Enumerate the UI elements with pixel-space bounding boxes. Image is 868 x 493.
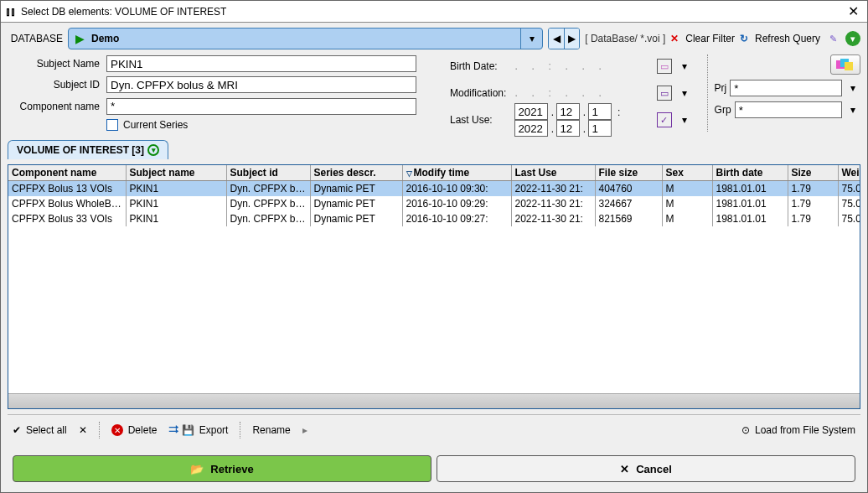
select-all-button[interactable]: ✔Select all — [13, 424, 67, 436]
from-month-input[interactable] — [556, 103, 580, 120]
prev-button[interactable]: ◀ — [549, 29, 564, 49]
cancel-button[interactable]: ✕Cancel — [437, 455, 855, 482]
database-dropdown[interactable]: ▶ Demo ▾ — [68, 28, 543, 49]
birthdate-label: Birth Date: — [450, 60, 509, 72]
window-title: Select DB elements: VOLUME OF INTEREST — [21, 6, 845, 18]
col-header[interactable]: ▽Modify time — [402, 165, 511, 181]
current-series-label: Current Series — [123, 119, 188, 131]
right-filters: Birth Date: . . : . . . ▭ ▾ Modification… — [450, 54, 697, 132]
col-header[interactable]: Weig — [838, 165, 860, 181]
rename-button[interactable]: Rename — [252, 424, 290, 436]
table-row[interactable]: CPFPX Bolus 13 VOIsPKIN1Dyn. CPFPX boluD… — [8, 181, 860, 197]
horizontal-scrollbar[interactable] — [8, 393, 860, 408]
close-icon: ✕ — [620, 463, 629, 475]
from-day-input[interactable] — [588, 103, 612, 120]
tab-dropdown-icon[interactable]: ▾ — [147, 144, 159, 156]
left-filters: Subject Name Subject ID Component name C… — [8, 54, 423, 132]
database-row: DATABASE ▶ Demo ▾ ◀ ▶ [ DataBase/ *.voi … — [8, 28, 860, 49]
dialog-window: ⫿⫿ Select DB elements: VOLUME OF INTERES… — [0, 0, 868, 493]
clear-filter-icon: ✕ — [670, 33, 679, 44]
grp-label: Grp — [715, 104, 731, 116]
next-button[interactable]: ▶ — [564, 29, 579, 49]
chevron-down-icon[interactable]: ▾ — [520, 29, 542, 49]
folder-open-icon: 📂 — [190, 463, 204, 475]
disc-icon: ⊙ — [741, 424, 750, 436]
tab-voi[interactable]: VOLUME OF INTEREST [3] ▾ — [8, 140, 168, 159]
load-from-fs-button[interactable]: ⊙Load from File System — [741, 424, 855, 436]
component-name-label: Component name — [8, 101, 100, 112]
database-label: DATABASE — [8, 33, 63, 44]
wand-icon[interactable]: ✎ — [825, 31, 840, 46]
birthdate-caret[interactable]: ▾ — [677, 60, 692, 72]
delete-button[interactable]: ✕Delete — [111, 424, 158, 436]
col-header[interactable]: File size — [595, 165, 662, 181]
modification-label: Modification: — [450, 87, 509, 99]
table-row[interactable]: CPFPX Bolus WholeBraiPKIN1Dyn. CPFPX bol… — [8, 196, 860, 211]
prj-caret[interactable]: ▾ — [845, 82, 860, 94]
button-row: 📂Retrieve ✕Cancel — [8, 450, 860, 487]
export-button[interactable]: ⮆ 💾Export — [168, 424, 228, 436]
refresh-button[interactable]: ↻Refresh Query — [740, 33, 820, 44]
clear-filter-button[interactable]: ✕Clear Filter — [670, 33, 735, 44]
birthdate-picker-icon[interactable]: ▭ — [657, 59, 672, 74]
to-day-input[interactable] — [588, 120, 612, 137]
to-month-input[interactable] — [556, 120, 580, 137]
database-name: Demo — [91, 33, 520, 44]
subject-id-input[interactable] — [106, 76, 416, 93]
col-header[interactable]: Birth date — [712, 165, 788, 181]
subject-name-input[interactable] — [106, 55, 416, 72]
to-year-input[interactable] — [514, 120, 548, 137]
apply-icon[interactable]: ▾ — [845, 31, 860, 46]
col-header[interactable]: Size — [788, 165, 838, 181]
current-series-checkbox[interactable] — [106, 119, 118, 131]
col-header[interactable]: Subject id — [226, 165, 310, 181]
tab-row: VOLUME OF INTEREST [3] ▾ — [8, 140, 860, 159]
lastuse-caret[interactable]: ▾ — [677, 114, 692, 126]
action-bar: ✔Select all ✕ ✕Delete ⮆ 💾Export Rename ▸… — [8, 414, 860, 445]
retrieve-button[interactable]: 📂Retrieve — [13, 455, 431, 482]
content-area: DATABASE ▶ Demo ▾ ◀ ▶ [ DataBase/ *.voi … — [1, 23, 867, 492]
db-path: [ DataBase/ *.voi ] — [585, 33, 665, 44]
subject-id-label: Subject ID — [8, 79, 100, 91]
lastuse-label: Last Use: — [450, 114, 509, 126]
col-header[interactable]: Component name — [8, 165, 126, 181]
prj-label: Prj — [715, 82, 727, 94]
export-icon: ⮆ 💾 — [168, 424, 194, 436]
refresh-icon: ↻ — [740, 33, 748, 44]
grp-input[interactable] — [735, 101, 842, 118]
voi-color-button[interactable] — [830, 54, 860, 75]
from-year-input[interactable] — [514, 103, 548, 120]
modification-caret[interactable]: ▾ — [677, 87, 692, 99]
modification-picker-icon[interactable]: ▭ — [657, 86, 672, 101]
clear-selection-icon[interactable]: ✕ — [79, 424, 87, 436]
play-icon: ▶ — [75, 32, 85, 45]
col-header[interactable]: Series descr. — [310, 165, 402, 181]
delete-icon: ✕ — [111, 424, 123, 436]
svg-rect-2 — [845, 62, 853, 70]
app-icon: ⫿⫿ — [6, 6, 16, 18]
check-icon: ✔ — [13, 424, 21, 436]
grp-caret[interactable]: ▾ — [845, 104, 860, 116]
titlebar: ⫿⫿ Select DB elements: VOLUME OF INTERES… — [1, 1, 867, 23]
subject-name-label: Subject Name — [8, 58, 100, 70]
side-filters: Prj ▾ Grp ▾ — [707, 54, 860, 132]
more-actions-icon[interactable]: ▸ — [302, 424, 307, 436]
db-nav-buttons: ◀ ▶ — [548, 28, 580, 49]
lastuse-inputs: . . : . . — [514, 103, 651, 137]
prj-input[interactable] — [730, 80, 842, 96]
table-row[interactable]: CPFPX Bolus 33 VOIsPKIN1Dyn. CPFPX boluD… — [8, 211, 860, 226]
col-header[interactable]: Sex — [662, 165, 712, 181]
current-series-row: Current Series — [106, 119, 416, 131]
close-icon[interactable]: ✕ — [845, 3, 862, 19]
results-table: Component nameSubject nameSubject idSeri… — [8, 164, 860, 409]
component-name-input[interactable] — [106, 98, 416, 115]
lastuse-checked-icon[interactable]: ✓ — [657, 112, 672, 127]
col-header[interactable]: Last Use — [511, 165, 595, 181]
col-header[interactable]: Subject name — [126, 165, 226, 181]
